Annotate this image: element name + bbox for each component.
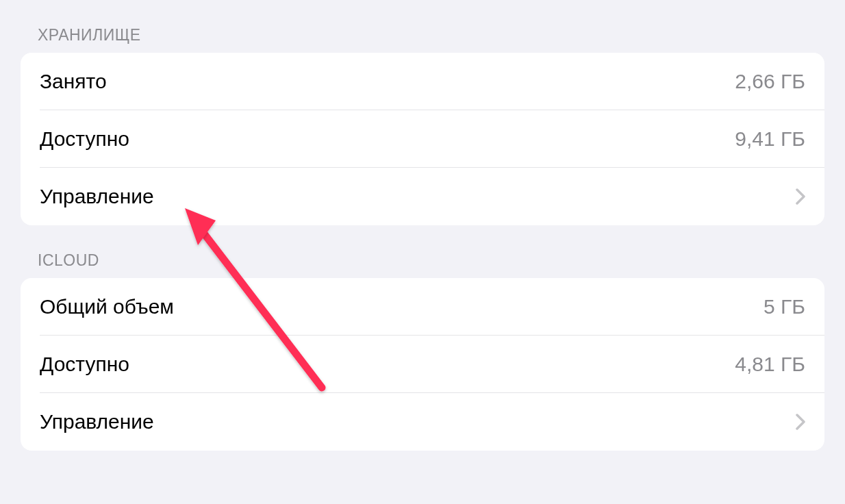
- icloud-available-row: Доступно 4,81 ГБ: [21, 336, 824, 393]
- icloud-total-value: 5 ГБ: [764, 295, 805, 318]
- icloud-total-row: Общий объем 5 ГБ: [21, 278, 824, 336]
- storage-section-group: Занято 2,66 ГБ Доступно 9,41 ГБ Управлен…: [21, 53, 824, 225]
- storage-used-row: Занято 2,66 ГБ: [21, 53, 824, 110]
- icloud-manage-label: Управление: [40, 410, 154, 433]
- storage-manage-row[interactable]: Управление: [21, 168, 824, 225]
- chevron-right-icon: [796, 414, 805, 430]
- icloud-manage-row[interactable]: Управление: [21, 393, 824, 451]
- storage-available-label: Доступно: [40, 127, 129, 151]
- chevron-right-icon: [796, 188, 805, 205]
- storage-used-label: Занято: [40, 70, 107, 93]
- icloud-available-label: Доступно: [40, 353, 129, 376]
- icloud-total-label: Общий объем: [40, 295, 174, 318]
- storage-used-value: 2,66 ГБ: [735, 70, 805, 93]
- storage-manage-label: Управление: [40, 185, 154, 208]
- icloud-available-value: 4,81 ГБ: [735, 353, 805, 376]
- storage-section-header: ХРАНИЛИЩЕ: [21, 0, 824, 53]
- icloud-section-group: Общий объем 5 ГБ Доступно 4,81 ГБ Управл…: [21, 278, 824, 451]
- icloud-section-header: ICLOUD: [21, 225, 824, 278]
- storage-available-value: 9,41 ГБ: [735, 127, 805, 151]
- storage-available-row: Доступно 9,41 ГБ: [21, 110, 824, 168]
